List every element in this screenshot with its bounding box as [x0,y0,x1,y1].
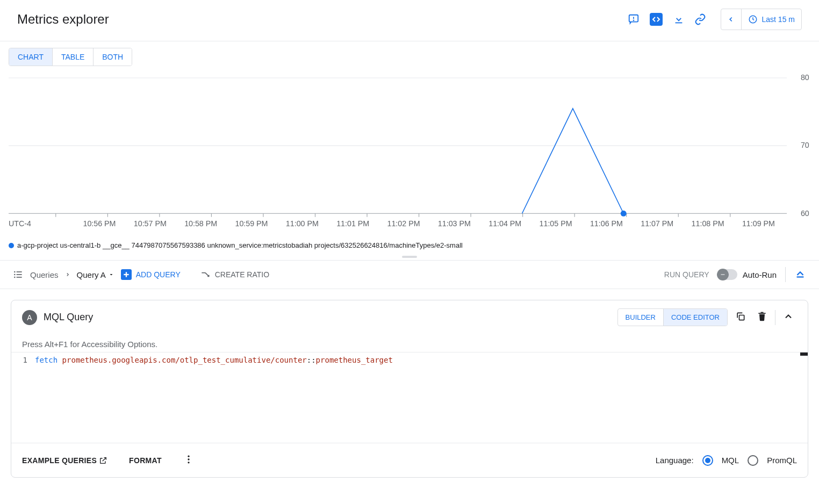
language-radio-promql[interactable] [748,455,758,466]
svg-point-51 [188,458,189,460]
svg-point-50 [188,456,189,457]
download-icon[interactable] [669,10,688,29]
query-panel-title: MQL Query [44,312,93,323]
code-editor[interactable]: 1 fetch prometheus.googleapis.com/otlp_t… [11,352,808,443]
svg-rect-41 [17,277,22,278]
toggle-knob-minus-icon [717,269,729,280]
editor-mode-tabs: BUILDER CODE EDITOR [617,308,728,326]
svg-text:11:06 PM: 11:06 PM [590,219,623,228]
external-link-icon [99,456,107,465]
delete-button[interactable] [753,308,771,327]
collapse-query-button[interactable] [780,308,797,327]
ratio-icon [200,269,211,280]
svg-point-38 [14,274,16,276]
time-range-label: Last 15 m [762,15,795,24]
promql-label: PromQL [767,456,797,465]
code-keyword: fetch [35,356,58,364]
svg-text:10:58 PM: 10:58 PM [184,219,217,228]
add-query-label: ADD QUERY [136,270,181,279]
add-query-button[interactable]: ADD QUERY [121,269,181,280]
example-queries-button[interactable]: EXAMPLE QUERIES [22,456,107,465]
svg-text:11:02 PM: 11:02 PM [387,219,420,228]
svg-rect-3 [675,23,682,24]
chevron-right-icon [65,272,70,277]
vertical-dots-icon [183,454,194,465]
example-queries-label: EXAMPLE QUERIES [22,456,97,465]
svg-rect-48 [758,313,765,314]
timezone-label: UTC-4 [9,219,31,228]
copy-button[interactable] [732,308,749,327]
svg-rect-47 [739,315,744,320]
queries-list-icon [13,269,24,280]
svg-text:11:00 PM: 11:00 PM [286,219,319,228]
query-panel-header: A MQL Query BUILDER CODE EDITOR [11,300,808,334]
auto-run-toggle[interactable] [718,269,737,280]
svg-point-2 [633,20,634,20]
chart-legend[interactable]: a-gcp-project us-central1-b __gce__ 7447… [9,237,810,254]
query-panel-title-wrap: A MQL Query [22,310,93,325]
create-ratio-button[interactable]: CREATE RATIO [200,269,269,280]
svg-text:11:01 PM: 11:01 PM [336,219,369,228]
create-ratio-label: CREATE RATIO [215,270,269,279]
mql-label: MQL [722,456,739,465]
accessibility-hint: Press Alt+F1 for Accessibility Options. [11,334,808,352]
queries-label: Queries [30,270,59,279]
run-query-button[interactable]: RUN QUERY [664,270,709,279]
chart-line-series-0 [522,109,624,213]
editor-overview-marker [800,352,808,356]
svg-rect-44 [124,274,128,275]
query-selector[interactable]: Query A [77,270,114,279]
legend-dot-icon [9,243,14,248]
svg-text:10:56 PM: 10:56 PM [83,219,116,228]
page-title: Metrics explorer [17,12,109,27]
chart-highlight-point [621,211,627,217]
divider [775,310,775,325]
svg-point-36 [14,271,16,273]
time-range-controls: Last 15 m [721,9,802,30]
svg-point-40 [14,277,16,278]
time-range-button[interactable]: Last 15 m [742,9,801,30]
tab-builder[interactable]: BUILDER [618,309,664,326]
query-badge: A [22,310,37,325]
language-label: Language: [656,456,694,465]
language-radio-mql[interactable] [702,455,713,466]
format-button[interactable]: FORMAT [129,456,162,465]
code-icon[interactable] [650,13,663,26]
link-icon[interactable] [691,10,710,29]
tab-both[interactable]: BOTH [94,48,132,66]
feedback-icon[interactable] [624,10,643,29]
time-prev-button[interactable] [721,9,742,30]
query-panel: A MQL Query BUILDER CODE EDITOR Press Al… [11,300,808,478]
svg-rect-45 [721,275,724,275]
header: Metrics explorer Last 15 m [0,0,819,41]
svg-text:11:05 PM: 11:05 PM [540,219,572,228]
auto-run-control: Auto-Run [718,269,777,280]
code-line: fetch prometheus.googleapis.com/otlp_tes… [33,352,393,443]
y-tick-60: 60 [801,209,809,218]
query-toolbar-right: RUN QUERY Auto-Run [664,267,806,282]
dropdown-arrow-icon [108,271,114,278]
svg-text:11:08 PM: 11:08 PM [692,219,724,228]
tab-chart[interactable]: CHART [9,48,53,66]
svg-text:10:57 PM: 10:57 PM [134,219,167,228]
svg-point-52 [188,462,189,463]
y-tick-80: 80 [801,73,809,82]
svg-rect-39 [17,274,22,275]
collapse-panel-button[interactable] [794,268,806,282]
svg-text:11:03 PM: 11:03 PM [438,219,471,228]
query-panel-actions: BUILDER CODE EDITOR [617,308,797,327]
resize-handle[interactable] [402,256,417,258]
query-toolbar: Queries Query A ADD QUERY CREATE RATIO R… [0,260,819,289]
svg-text:11:07 PM: 11:07 PM [641,219,673,228]
code-target: prometheus_target [316,356,393,364]
query-toolbar-left: Queries Query A ADD QUERY CREATE RATIO [13,269,269,280]
tab-code-editor[interactable]: CODE EDITOR [664,309,727,326]
legend-label: a-gcp-project us-central1-b __gce__ 7447… [17,241,463,249]
tab-table[interactable]: TABLE [53,48,94,66]
chart[interactable]: 80 70 60 UTC-4 10:56 PM 10:57 PM 10:58 P… [9,66,810,237]
divider [785,267,786,282]
line-number: 1 [11,352,33,443]
chart-area: 80 70 60 UTC-4 10:56 PM 10:57 PM 10:58 P… [0,66,819,254]
more-menu-button[interactable] [183,454,194,466]
format-label: FORMAT [129,456,162,465]
